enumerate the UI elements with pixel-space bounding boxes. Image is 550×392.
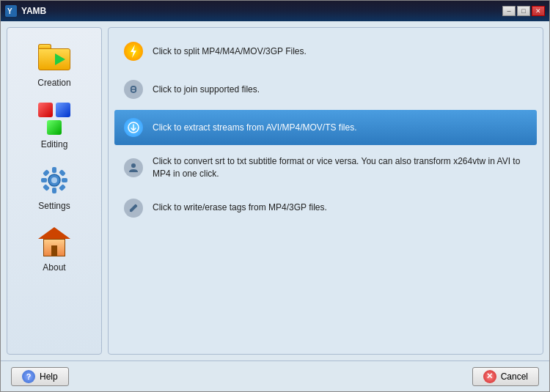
svg-rect-11 bbox=[59, 184, 66, 191]
join-icon bbox=[123, 79, 144, 100]
svg-rect-8 bbox=[43, 169, 50, 177]
app-icon: Y bbox=[5, 5, 17, 17]
title-bar-left: Y YAMB bbox=[5, 5, 46, 17]
play-icon bbox=[55, 53, 65, 65]
extract-icon-wrap bbox=[124, 118, 143, 137]
convert-icon-wrap bbox=[124, 158, 143, 177]
svg-rect-10 bbox=[43, 184, 50, 191]
settings-label: Settings bbox=[38, 201, 70, 211]
main-panel: Click to split MP4/M4A/MOV/3GP Files. Cl… bbox=[108, 27, 543, 355]
block-green bbox=[47, 120, 62, 135]
creation-icon-area bbox=[35, 38, 73, 76]
cancel-label: Cancel bbox=[501, 371, 528, 382]
editing-label: Editing bbox=[41, 139, 68, 149]
split-text: Click to split MP4/M4A/MOV/3GP Files. bbox=[153, 45, 307, 58]
sidebar: Creation Editing bbox=[7, 27, 102, 355]
svg-rect-9 bbox=[59, 169, 66, 177]
editing-icon-area bbox=[35, 100, 73, 138]
svg-rect-16 bbox=[129, 204, 137, 212]
extract-text: Click to extract streams from AVI/MP4/MO… bbox=[153, 122, 357, 134]
chain-link-icon bbox=[128, 84, 139, 95]
lightning-bolt-icon bbox=[128, 45, 139, 58]
tags-icon bbox=[123, 198, 144, 218]
house-icon bbox=[40, 227, 69, 256]
menu-item-join[interactable]: Click to join supported files. bbox=[114, 72, 537, 107]
sidebar-item-about[interactable]: About bbox=[14, 218, 95, 277]
sidebar-item-editing[interactable]: Editing bbox=[14, 95, 95, 154]
menu-item-split[interactable]: Click to split MP4/M4A/MOV/3GP Files. bbox=[114, 34, 537, 69]
cancel-icon: ✕ bbox=[483, 370, 496, 383]
join-text: Click to join supported files. bbox=[153, 84, 260, 96]
house-door bbox=[51, 245, 57, 256]
person-icon bbox=[128, 162, 139, 174]
convert-icon bbox=[123, 158, 144, 178]
main-content: Creation Editing bbox=[1, 21, 549, 360]
creation-label: Creation bbox=[37, 78, 70, 88]
chain-icon-wrap bbox=[124, 80, 143, 99]
house-body bbox=[43, 239, 65, 256]
blocks-icon bbox=[38, 103, 70, 135]
svg-text:Y: Y bbox=[7, 7, 12, 15]
menu-item-convert[interactable]: Click to convert srt to txt subtitle for… bbox=[114, 148, 537, 188]
help-button[interactable]: ? Help bbox=[11, 367, 69, 386]
split-icon bbox=[123, 41, 144, 62]
bottom-bar: ? Help ✕ Cancel bbox=[1, 360, 549, 391]
help-icon: ? bbox=[22, 370, 35, 383]
restore-button[interactable]: □ bbox=[517, 6, 530, 16]
minimize-button[interactable]: – bbox=[502, 6, 516, 16]
svg-point-3 bbox=[51, 177, 57, 183]
tag-icon-wrap bbox=[124, 199, 143, 218]
gear-icon bbox=[37, 163, 71, 197]
sidebar-item-creation[interactable]: Creation bbox=[14, 34, 95, 92]
close-button[interactable]: ✕ bbox=[532, 6, 545, 16]
window-title: YAMB bbox=[21, 6, 46, 16]
svg-rect-5 bbox=[52, 188, 56, 193]
sidebar-item-settings[interactable]: Settings bbox=[14, 157, 95, 215]
pencil-icon bbox=[128, 202, 139, 214]
tags-text: Click to write/erase tags from MP4/3GP f… bbox=[153, 201, 327, 214]
about-icon-area bbox=[35, 223, 73, 261]
menu-item-tags[interactable]: Click to write/erase tags from MP4/3GP f… bbox=[114, 191, 537, 226]
folder-body bbox=[38, 48, 70, 70]
settings-icon-area bbox=[35, 161, 73, 199]
svg-rect-7 bbox=[62, 178, 67, 182]
help-label: Help bbox=[40, 371, 58, 382]
main-window: Y YAMB – □ ✕ Cre bbox=[0, 0, 550, 392]
convert-text: Click to convert srt to txt subtitle for… bbox=[153, 155, 528, 180]
block-red bbox=[38, 103, 53, 117]
svg-rect-6 bbox=[41, 178, 47, 182]
title-bar-buttons: – □ ✕ bbox=[502, 6, 545, 16]
lightning-icon-wrap bbox=[124, 42, 143, 61]
svg-point-15 bbox=[131, 163, 136, 168]
house-roof bbox=[38, 227, 70, 239]
cancel-button[interactable]: ✕ Cancel bbox=[472, 367, 539, 386]
about-label: About bbox=[43, 262, 65, 273]
svg-marker-12 bbox=[131, 45, 136, 58]
folder-icon bbox=[38, 44, 70, 70]
extract-icon bbox=[123, 117, 144, 138]
block-blue bbox=[56, 103, 70, 117]
title-bar: Y YAMB – □ ✕ bbox=[1, 1, 549, 21]
menu-item-extract[interactable]: Click to extract streams from AVI/MP4/MO… bbox=[114, 110, 537, 145]
extract-arrows-icon bbox=[128, 122, 139, 133]
svg-rect-4 bbox=[52, 167, 56, 173]
